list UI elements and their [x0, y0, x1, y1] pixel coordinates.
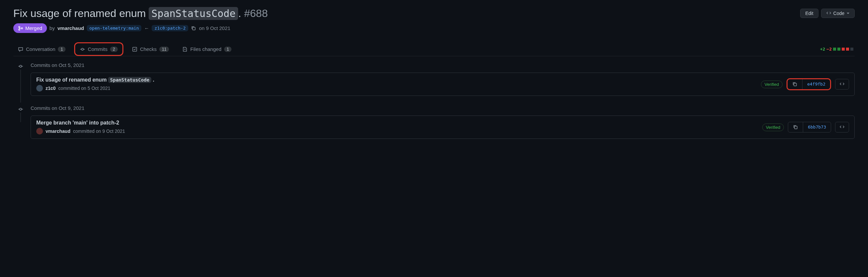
- tab-conversation[interactable]: Conversation 1: [13, 42, 70, 56]
- pr-number: #688: [244, 7, 268, 19]
- svg-rect-7: [794, 83, 797, 86]
- by-label: by: [50, 25, 55, 31]
- commit-author[interactable]: vmarchaud: [45, 129, 70, 134]
- commit-title[interactable]: Merge branch 'main' into patch-2: [36, 120, 125, 126]
- timeline-node-icon: [18, 107, 23, 112]
- commit-title[interactable]: Fix usage of renamed enum SpanStatusCode…: [36, 77, 154, 83]
- git-merge-icon: [18, 26, 23, 31]
- arrow-left-icon: ←: [144, 25, 149, 31]
- code-icon: [826, 11, 831, 16]
- commit-card: Merge branch 'main' into patch-2vmarchau…: [31, 115, 855, 139]
- commit-meta: z1c0committed on 5 Oct 2021: [36, 85, 154, 91]
- svg-point-6: [20, 65, 22, 67]
- verified-badge[interactable]: Verified: [762, 123, 784, 131]
- pr-title-suffix: .: [238, 7, 241, 19]
- tab-checks[interactable]: Checks 11: [127, 42, 174, 56]
- commit-sha-link[interactable]: e4f9fb2: [803, 79, 830, 89]
- commit-meta: vmarchaudcommitted on 9 Oct 2021: [36, 128, 125, 135]
- pr-meta-row: Merged by vmarchaud open-telemetry:main …: [13, 23, 855, 33]
- commit-date: committed on 5 Oct 2021: [58, 86, 110, 91]
- copy-icon: [793, 124, 798, 130]
- caret-down-icon: [846, 12, 850, 15]
- svg-point-8: [20, 108, 22, 110]
- copy-icon: [191, 26, 196, 31]
- pr-author[interactable]: vmarchaud: [58, 25, 84, 31]
- status-badge: Merged: [13, 23, 47, 33]
- copy-sha-button[interactable]: [787, 79, 803, 89]
- comment-icon: [18, 47, 23, 52]
- merge-date: on 9 Oct 2021: [199, 25, 230, 31]
- timeline-node-icon: [18, 63, 23, 69]
- git-commit-icon: [80, 47, 85, 52]
- pr-title-prefix: Fix usage of renamed enum: [13, 7, 149, 19]
- sha-group: 6bb7b73: [788, 122, 831, 133]
- commit-author[interactable]: z1c0: [45, 86, 56, 91]
- base-branch[interactable]: open-telemetry:main: [87, 25, 142, 31]
- verified-badge[interactable]: Verified: [761, 81, 782, 88]
- checklist-icon: [132, 47, 137, 52]
- commit-date: committed on 9 Oct 2021: [73, 129, 125, 134]
- tab-files-changed[interactable]: Files changed 1: [178, 42, 236, 56]
- pr-title: Fix usage of renamed enum SpanStatusCode…: [13, 7, 268, 20]
- commit-card: Fix usage of renamed enum SpanStatusCode…: [31, 73, 855, 96]
- avatar[interactable]: [36, 128, 43, 135]
- copy-sha-button[interactable]: [788, 122, 803, 132]
- edit-button[interactable]: Edit: [800, 9, 818, 18]
- code-button[interactable]: Code: [821, 9, 855, 18]
- diff-stats: +2 −2: [820, 47, 855, 52]
- svg-rect-3: [192, 27, 195, 30]
- code-icon: [839, 124, 845, 130]
- commit-group-date: Commits on Oct 9, 2021: [31, 105, 855, 111]
- browse-code-button[interactable]: [835, 122, 849, 133]
- avatar[interactable]: [36, 85, 43, 91]
- svg-rect-9: [795, 126, 797, 129]
- commit-group-date: Commits on Oct 5, 2021: [31, 62, 855, 68]
- head-branch[interactable]: z1c0:patch-2: [152, 25, 188, 31]
- svg-point-4: [82, 48, 84, 50]
- sha-group: e4f9fb2: [786, 78, 831, 90]
- copy-icon: [792, 82, 798, 87]
- commit-sha-link[interactable]: 6bb7b73: [803, 122, 831, 132]
- pr-title-code: SpanStatusCode: [149, 7, 238, 20]
- tab-commits[interactable]: Commits 2: [74, 42, 123, 56]
- file-diff-icon: [182, 47, 188, 52]
- browse-code-button[interactable]: [835, 79, 849, 89]
- code-icon: [839, 82, 845, 87]
- copy-branch-button[interactable]: [191, 26, 196, 31]
